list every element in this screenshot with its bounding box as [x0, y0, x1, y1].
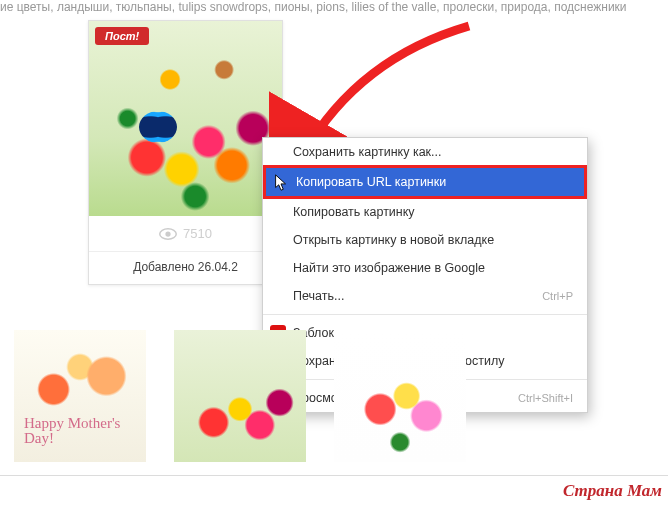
menu-separator — [263, 314, 587, 315]
added-date: 26.04.2 — [198, 260, 238, 274]
post-badge[interactable]: Пост! — [95, 27, 149, 45]
cm-label: Сохранить картинку как... — [293, 145, 442, 159]
cm-shortcut: Ctrl+P — [542, 290, 573, 302]
added-label: Добавлено — [133, 260, 194, 274]
card-image[interactable]: Пост! — [89, 21, 282, 216]
breadcrumb-tags: ие цветы, ландыши, тюльпаны, tulips snow… — [0, 0, 668, 20]
cm-save-image-as[interactable]: Сохранить картинку как... — [263, 138, 587, 166]
thumbnail[interactable]: Happy Mother's Day! — [14, 330, 146, 462]
thumbnail-row: Happy Mother's Day! — [14, 330, 466, 462]
svg-point-1 — [165, 231, 170, 236]
cm-copy-image[interactable]: Копировать картинку — [263, 198, 587, 226]
cursor-icon — [274, 174, 288, 192]
thumbnail[interactable] — [174, 330, 306, 462]
eye-icon — [159, 228, 177, 240]
cm-label: Печать... — [293, 289, 344, 303]
added-row: Добавлено 26.04.2 — [89, 251, 282, 284]
cm-label: Найти это изображение в Google — [293, 261, 485, 275]
cm-print[interactable]: Печать... Ctrl+P — [263, 282, 587, 310]
cm-shortcut: Ctrl+Shift+I — [518, 392, 573, 404]
butterfly-icon — [139, 111, 177, 143]
views-row: 7510 — [89, 216, 282, 251]
highlight-box: Копировать URL картинки — [263, 165, 587, 199]
cm-label: Копировать URL картинки — [296, 175, 446, 189]
image-card: Пост! 7510 Добавлено 26.04.2 — [88, 20, 283, 285]
thumbnail[interactable] — [334, 330, 466, 462]
thumb-caption: Happy Mother's Day! — [24, 416, 146, 446]
flower-illustration — [89, 21, 282, 216]
views-count: 7510 — [183, 226, 212, 241]
cm-label: Копировать картинку — [293, 205, 415, 219]
divider — [0, 475, 668, 476]
cm-open-new-tab[interactable]: Открыть картинку в новой вкладке — [263, 226, 587, 254]
cm-copy-image-url[interactable]: Копировать URL картинки — [266, 168, 584, 196]
site-watermark: Страна Мам — [563, 481, 662, 501]
cm-label: Открыть картинку в новой вкладке — [293, 233, 494, 247]
cm-search-google[interactable]: Найти это изображение в Google — [263, 254, 587, 282]
